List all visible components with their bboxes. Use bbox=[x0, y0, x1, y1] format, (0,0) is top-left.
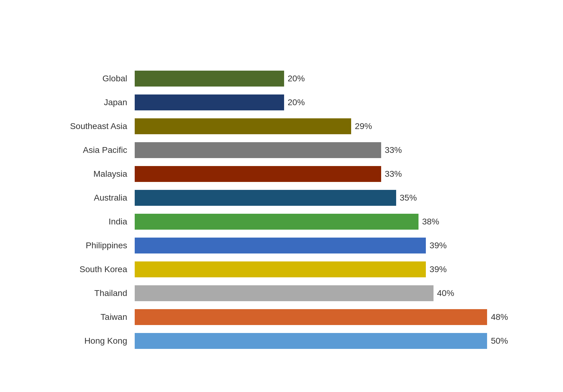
bar-row: Taiwan48% bbox=[55, 305, 508, 329]
bar-value: 50% bbox=[491, 336, 508, 346]
bar-track: 33% bbox=[135, 142, 508, 158]
bar-row: Thailand40% bbox=[55, 281, 508, 305]
bar-value: 35% bbox=[400, 193, 417, 203]
bar-track: 33% bbox=[135, 166, 508, 182]
bar-value: 39% bbox=[430, 264, 447, 274]
bar-value: 33% bbox=[385, 145, 402, 155]
bar-track: 39% bbox=[135, 261, 508, 277]
bar-track: 40% bbox=[135, 285, 508, 301]
bar-label: Japan bbox=[55, 98, 135, 107]
bar-track: 20% bbox=[135, 94, 508, 110]
bar-label: Southeast Asia bbox=[55, 121, 135, 131]
bar-label: South Korea bbox=[55, 264, 135, 274]
bar-value: 20% bbox=[288, 98, 305, 107]
bar-fill bbox=[135, 309, 487, 325]
bar-label: Taiwan bbox=[55, 312, 135, 322]
bar-label: Malaysia bbox=[55, 169, 135, 179]
bar-fill bbox=[135, 333, 487, 349]
bar-fill bbox=[135, 190, 396, 206]
bar-value: 33% bbox=[385, 169, 402, 179]
bar-label: Global bbox=[55, 74, 135, 83]
bar-label: Hong Kong bbox=[55, 336, 135, 346]
bar-value: 40% bbox=[437, 288, 454, 298]
bar-value: 38% bbox=[422, 217, 439, 227]
bar-fill bbox=[135, 94, 284, 110]
chart-title bbox=[55, 33, 508, 51]
bar-label: Thailand bbox=[55, 288, 135, 298]
bar-row: India38% bbox=[55, 210, 508, 234]
bar-track: 35% bbox=[135, 190, 508, 206]
bar-fill bbox=[135, 238, 426, 253]
bar-fill bbox=[135, 261, 426, 277]
bar-row: Malaysia33% bbox=[55, 162, 508, 186]
bar-track: 50% bbox=[135, 333, 508, 349]
bar-row: Global20% bbox=[55, 67, 508, 91]
bar-track: 20% bbox=[135, 71, 508, 87]
bar-row: Hong Kong50% bbox=[55, 329, 508, 353]
bar-fill bbox=[135, 142, 381, 158]
bar-fill bbox=[135, 214, 418, 230]
bar-label: India bbox=[55, 217, 135, 227]
bar-row: Southeast Asia29% bbox=[55, 114, 508, 138]
bar-value: 29% bbox=[355, 121, 372, 131]
bar-row: Japan20% bbox=[55, 91, 508, 114]
bar-value: 39% bbox=[430, 241, 447, 250]
bar-fill bbox=[135, 71, 284, 87]
bar-label: Australia bbox=[55, 193, 135, 203]
bar-fill bbox=[135, 118, 351, 134]
bar-track: 29% bbox=[135, 118, 508, 134]
bar-row: Asia Pacific33% bbox=[55, 138, 508, 162]
chart-body: Global20%Japan20%Southeast Asia29%Asia P… bbox=[55, 67, 508, 353]
bar-track: 48% bbox=[135, 309, 508, 325]
chart-container: Global20%Japan20%Southeast Asia29%Asia P… bbox=[37, 21, 527, 371]
bar-label: Asia Pacific bbox=[55, 145, 135, 155]
bar-row: Philippines39% bbox=[55, 234, 508, 257]
bar-row: South Korea39% bbox=[55, 257, 508, 281]
bar-row: Australia35% bbox=[55, 186, 508, 210]
bar-label: Philippines bbox=[55, 241, 135, 250]
bar-value: 20% bbox=[288, 74, 305, 83]
bar-track: 39% bbox=[135, 238, 508, 253]
bar-track: 38% bbox=[135, 214, 508, 230]
bar-value: 48% bbox=[491, 312, 508, 322]
bar-fill bbox=[135, 285, 434, 301]
bar-fill bbox=[135, 166, 381, 182]
